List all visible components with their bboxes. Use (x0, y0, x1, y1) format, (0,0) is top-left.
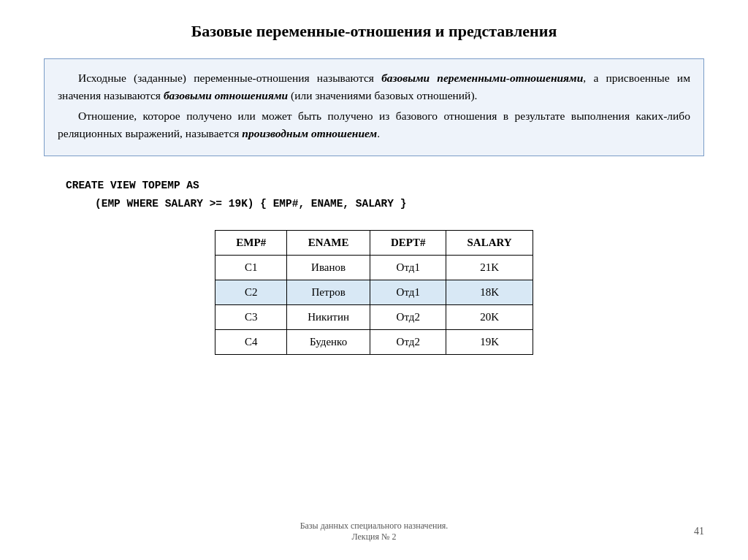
footer-line2: Лекция № 2 (300, 532, 449, 542)
def-p1-text3: (или значениями базовых отношений). (288, 89, 477, 101)
cell-emp-0: С1 (215, 256, 287, 280)
cell-dept-3: Отд2 (370, 330, 446, 355)
col-dept: DEPT# (370, 231, 446, 256)
cell-dept-1: Отд1 (370, 280, 446, 305)
code-block: CREATE VIEW TOPEMP AS (EMP WHERE SALARY … (44, 177, 704, 212)
cell-dept-0: Отд1 (370, 256, 446, 280)
table-row: С2ПетровОтд118K (215, 280, 533, 305)
cell-emp-3: С4 (215, 330, 287, 355)
code-line-2: (EMP WHERE SALARY >= 19K) { EMP#, ENAME,… (66, 195, 704, 213)
table-row: С4БуденкоОтд219K (215, 330, 533, 355)
table-wrapper: EMP# ENAME DEPT# SALARY С1ИвановОтд121KС… (44, 230, 704, 355)
def-p1-bold1: базовыми переменными-отношениями (381, 72, 583, 84)
cell-salary-1: 18K (446, 280, 533, 305)
cell-emp-1: С2 (215, 280, 287, 305)
table-row: С3НикитинОтд220K (215, 305, 533, 330)
cell-ename-3: Буденко (287, 330, 370, 355)
def-p2-text2: . (377, 127, 380, 139)
cell-salary-3: 19K (446, 330, 533, 355)
definition-box: Исходные (заданные) переменные-отношения… (44, 58, 704, 156)
table-body: С1ИвановОтд121KС2ПетровОтд118KС3НикитинО… (215, 256, 533, 355)
table-header-row: EMP# ENAME DEPT# SALARY (215, 231, 533, 256)
page-title: Базовые переменные-отношения и представл… (44, 22, 704, 41)
col-salary: SALARY (446, 231, 533, 256)
cell-emp-2: С3 (215, 305, 287, 330)
def-p1-bold2: базовыми отношениями (164, 89, 288, 101)
cell-ename-1: Петров (287, 280, 370, 305)
col-ename: ENAME (287, 231, 370, 256)
def-p2-bold1: производным отношением (242, 127, 377, 139)
cell-ename-0: Иванов (287, 256, 370, 280)
cell-salary-0: 21K (446, 256, 533, 280)
page-number: 41 (694, 526, 704, 537)
definition-paragraph-1: Исходные (заданные) переменные-отношения… (58, 69, 690, 104)
footer-text: Базы данных специального назначения. Лек… (300, 521, 449, 542)
col-emp: EMP# (215, 231, 287, 256)
footer-line1: Базы данных специального назначения. (300, 521, 449, 532)
cell-ename-2: Никитин (287, 305, 370, 330)
code-line-1: CREATE VIEW TOPEMP AS (66, 177, 704, 195)
def-p1-text1: Исходные (заданные) переменные-отношения… (78, 72, 381, 84)
cell-salary-2: 20K (446, 305, 533, 330)
cell-dept-2: Отд2 (370, 305, 446, 330)
emp-table: EMP# ENAME DEPT# SALARY С1ИвановОтд121KС… (215, 230, 533, 355)
footer: Базы данных специального назначения. Лек… (0, 521, 748, 542)
definition-paragraph-2: Отношение, которое получено или может бы… (58, 107, 690, 142)
table-row: С1ИвановОтд121K (215, 256, 533, 280)
